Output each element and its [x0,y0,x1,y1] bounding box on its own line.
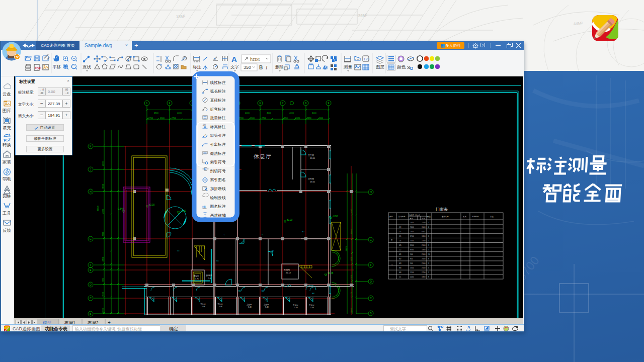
svg-text:G: G [370,238,372,241]
svg-text:2000: 2000 [422,258,426,260]
svg-text:2: 2 [428,231,429,233]
svg-text:卫生间: 卫生间 [217,303,223,305]
svg-text:1800: 1800 [422,249,426,251]
svg-text:A: A [231,55,237,63]
svg-text:2470: 2470 [102,256,104,261]
svg-text:弧长标注: 弧长标注 [210,89,226,94]
svg-text:850: 850 [284,117,288,119]
svg-text:数量: 数量 [427,216,431,218]
svg-text:6: 6 [260,102,261,105]
svg-text:1: 1 [428,244,429,246]
svg-text:9600: 9600 [410,226,414,228]
svg-text:卫生间: 卫生间 [309,304,314,306]
svg-text:900: 900 [410,253,413,255]
svg-text:2: 2 [428,272,429,274]
svg-text:2700: 2700 [410,235,414,237]
svg-text:980: 980 [102,278,104,282]
svg-text:900: 900 [410,262,413,264]
svg-text:K: K [90,145,92,148]
svg-text:8: 8 [428,258,429,260]
svg-text:输入功能或命令关键词, 快捷查找功能: 输入功能或命令关键词, 快捷查找功能 [75,327,141,331]
svg-text:4000: 4000 [245,112,250,114]
svg-text:2100: 2100 [422,222,426,224]
svg-text:F: F [370,263,371,266]
svg-text:1500: 1500 [250,117,255,119]
svg-text:4100: 4100 [318,117,324,119]
svg-text:4380: 4380 [102,209,104,214]
svg-text:hztxt: hztxt [250,57,260,62]
svg-text:2440: 2440 [410,276,414,278]
svg-text:1400: 1400 [410,222,414,224]
svg-text:功能命令表: 功能命令表 [45,326,67,331]
svg-text:弱电: 弱电 [3,176,12,182]
svg-text:家装: 家装 [3,159,12,164]
svg-text:卫生间: 卫生间 [247,304,252,306]
svg-text:2100: 2100 [422,253,426,255]
svg-text:D: D [90,283,92,286]
svg-text:C: C [370,297,372,300]
svg-text:洞口尺寸(mm): 洞口尺寸(mm) [409,214,420,216]
svg-text:8: 8 [305,102,307,105]
svg-text:5.3: 5.3 [208,277,211,280]
svg-text:350: 350 [244,65,251,70]
svg-text:6000: 6000 [350,229,353,234]
svg-text:1500: 1500 [422,226,426,228]
svg-text:4000: 4000 [102,161,104,166]
svg-text:图库: 图库 [3,108,12,113]
svg-text:折弯标注: 折弯标注 [210,107,226,112]
svg-text:D: D [370,280,372,283]
svg-text:索引符号: 索引符号 [210,160,226,164]
svg-text:C2: C2 [399,249,401,251]
svg-text:800: 800 [410,258,413,260]
svg-text:B: B [370,312,372,315]
svg-text:C3: C3 [399,226,401,228]
svg-text:B: B [259,65,263,70]
svg-text:卫生间: 卫生间 [264,304,269,306]
svg-text:箭头引注: 箭头引注 [210,133,226,138]
svg-text:F: F [90,263,91,266]
svg-text:备注: 备注 [490,216,494,218]
svg-text:M1: M1 [262,290,264,292]
svg-text:PDF: PDF [35,67,41,70]
svg-text:窗: 窗 [391,239,393,241]
svg-text:M5: M5 [399,244,401,246]
svg-text:123: 123 [364,57,370,61]
svg-text:5.48: 5.48 [219,306,222,308]
svg-text:600: 600 [422,231,425,233]
svg-text:C4: C4 [224,234,263,236]
svg-text:7: 7 [282,102,284,105]
svg-text:M4: M4 [312,293,314,295]
svg-text:4000: 4000 [312,112,317,114]
svg-text:确定: 确定 [169,326,178,331]
svg-text:A: A [205,133,207,136]
svg-text:1200: 1200 [410,272,414,274]
svg-text:2700: 2700 [262,117,267,119]
svg-text:5.48: 5.48 [265,306,269,308]
svg-text:引出标注: 引出标注 [210,142,226,147]
svg-text:M1: M1 [272,250,274,252]
svg-text:8: 8 [428,276,429,278]
svg-text:1500: 1500 [422,240,426,242]
svg-text:查找文字: 查找文字 [390,327,406,331]
svg-text:24M²: 24M² [358,13,368,18]
svg-text:园林: 园林 [3,194,12,199]
svg-text:加折断线: 加折断线 [210,187,226,191]
svg-text:直径标注: 直径标注 [210,98,226,103]
svg-text:E: E [90,268,92,272]
svg-text:1680: 1680 [295,117,300,119]
svg-text:M6: M6 [399,272,401,274]
svg-text:1: 1 [146,102,148,105]
svg-text:做法标注: 做法标注 [210,151,226,156]
svg-text:5.48: 5.48 [294,307,298,309]
svg-text:1500: 1500 [350,256,353,261]
svg-text:2100: 2100 [422,244,426,246]
svg-text:1: 1 [428,249,429,251]
svg-text:-0.90: -0.90 [333,215,338,218]
svg-text:线性标注: 线性标注 [210,80,226,85]
svg-text:8000: 8000 [102,184,104,189]
svg-text:图名标注: 图名标注 [210,204,226,209]
svg-text:1500: 1500 [102,292,104,297]
svg-text:选用型号: 选用型号 [472,215,479,218]
svg-text:44M²: 44M² [574,21,583,26]
svg-text:批量标注: 批量标注 [210,116,226,120]
